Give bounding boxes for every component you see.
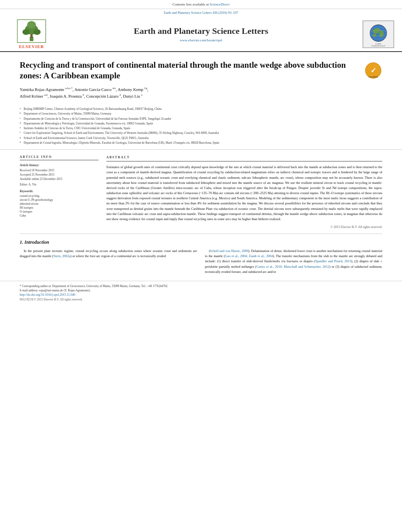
keyword-1: crustal recycling bbox=[20, 194, 99, 198]
svg-point-8 bbox=[370, 24, 387, 41]
elsevier-tree-icon bbox=[16, 19, 47, 43]
svg-text:PLANETARY SCI LETT: PLANETARY SCI LETT bbox=[372, 45, 386, 47]
intro-para-2: (Scholl and von Huene, 2009). Delaminati… bbox=[205, 248, 382, 274]
svg-point-11 bbox=[372, 34, 376, 37]
affil-e: e Instituto Andaluz de Ciencias de la Ti… bbox=[20, 126, 382, 130]
article-info-abstract-section: Article Info Article history: Received 1… bbox=[0, 150, 402, 234]
intro-body: In the present plate tectonic regime, cr… bbox=[20, 248, 382, 277]
svg-point-3 bbox=[22, 29, 30, 35]
intro-para-1: In the present plate tectonic regime, cr… bbox=[20, 248, 197, 259]
article-info-header: Article Info bbox=[20, 155, 99, 160]
svg-text:EARTH: EARTH bbox=[376, 43, 382, 45]
elsevier-logo-block: ELSEVIER bbox=[8, 19, 55, 49]
keyword-2: zircon U–Pb geochronology bbox=[20, 198, 99, 202]
keyword-5: O isotopes bbox=[20, 210, 99, 213]
abstract-header: Abstract bbox=[106, 155, 382, 161]
author-sup-4: a,b bbox=[44, 93, 47, 96]
sciencedirect-text: Contents lists available at bbox=[173, 2, 210, 6]
affil-g: g School of Earth and Environmental Scie… bbox=[20, 136, 382, 140]
journal-url[interactable]: www.elsevier.com/locate/epsl bbox=[63, 38, 339, 42]
corr-author-note: * Corresponding author at: Department of… bbox=[20, 284, 382, 288]
earth-logo-block: EARTH PLANETARY SCI LETT bbox=[347, 20, 394, 48]
intro-title: 1. Introduction bbox=[20, 239, 382, 245]
scholl-link[interactable]: Scholl and von Huene, 2009 bbox=[210, 249, 248, 253]
affil-c: c Departamento de Ciencias de la Tierra … bbox=[20, 117, 382, 121]
article-title-block: Recycling and transport of continental m… bbox=[20, 60, 359, 103]
top-banner: Contents lists available at ScienceDirec… bbox=[0, 0, 402, 9]
available-date: Available online 23 December 2015 bbox=[20, 177, 99, 181]
journal-title-block: Earth and Planetary Science Letters www.… bbox=[55, 26, 347, 42]
journal-header: ELSEVIER Earth and Planetary Science Let… bbox=[0, 15, 402, 52]
article-header: Recycling and transport of continental m… bbox=[0, 52, 402, 107]
castro-link[interactable]: Castro et al., 2010; Marschall and Schum… bbox=[256, 265, 329, 269]
introduction-section: 1. Introduction In the present plate tec… bbox=[0, 234, 402, 277]
affiliations-block: a Beijing SHRIMP Centre, Chinese Academy… bbox=[0, 107, 402, 150]
abstract-copyright: © 2015 Elsevier B.V. All rights reserved… bbox=[106, 225, 382, 230]
svg-text:✓: ✓ bbox=[370, 67, 376, 74]
crossmark-block: ✓ CrossMark bbox=[365, 62, 382, 80]
email-note: E-mail address: rojas@uni-mainz.de (Y. R… bbox=[20, 289, 382, 292]
earth-logo-icon: EARTH PLANETARY SCI LETT bbox=[363, 20, 394, 48]
article-info-col: Article Info Article history: Received 1… bbox=[20, 155, 99, 230]
stern-2002-link[interactable]: Stern, 2002a bbox=[53, 254, 70, 258]
elsevier-text: ELSEVIER bbox=[19, 44, 44, 49]
affil-h: h Departament de Cristal·lografia, Miner… bbox=[20, 141, 382, 145]
abstract-text: Estimates of global growth rates of cont… bbox=[106, 165, 382, 222]
gao-link[interactable]: Gao et al., 2004; Zandt et al., 2004 bbox=[225, 254, 273, 258]
keyword-6: Cuba bbox=[20, 214, 99, 217]
intro-col2: (Scholl and von Huene, 2009). Delaminati… bbox=[205, 248, 382, 277]
footer-copyright: 0012-821X/© 2015 Elsevier B.V. All right… bbox=[20, 298, 382, 301]
author-sup-3: f,g bbox=[144, 87, 147, 90]
accepted-date: Accepted 25 November 2015 bbox=[20, 173, 99, 176]
keywords-label: Keywords: bbox=[20, 189, 99, 193]
sciencedirect-link[interactable]: ScienceDirect bbox=[210, 2, 229, 6]
article-authors: Yamirka Rojas-Agramonte a,b,c,*, Antonio… bbox=[20, 86, 359, 100]
abstract-col: Abstract Estimates of global growth rate… bbox=[106, 155, 382, 230]
footnote-area: * Corresponding author at: Department of… bbox=[0, 281, 402, 304]
affil-f: f Centre for Exploration Targeting, Scho… bbox=[20, 131, 382, 135]
author-sup-7: a bbox=[141, 93, 142, 96]
intro-col1: In the present plate tectonic regime, cr… bbox=[20, 248, 197, 277]
affil-a: a Beijing SHRIMP Centre, Chinese Academy… bbox=[20, 107, 382, 111]
editor-info: Editor: A. Yin bbox=[20, 183, 99, 186]
received-date: Received 18 November 2015 bbox=[20, 169, 99, 172]
keyword-3: inherited zircon bbox=[20, 202, 99, 206]
page: Contents lists available at ScienceDirec… bbox=[0, 0, 402, 532]
affil-d: d Departamento de Mineralogía y Petrolog… bbox=[20, 121, 382, 126]
article-history-label: Article history: bbox=[20, 163, 99, 167]
keyword-4: Hf isotopes bbox=[20, 206, 99, 209]
affil-b: b Department of Geosciences, University … bbox=[20, 111, 382, 116]
spandler-link[interactable]: Spandler and Pirard, 2013 bbox=[315, 259, 351, 263]
crossmark-icon: ✓ CrossMark bbox=[365, 62, 382, 80]
journal-ref: Earth and Planetary Science Letters 436 … bbox=[0, 9, 402, 15]
svg-point-4 bbox=[34, 29, 41, 35]
author-sup-2: d,e bbox=[113, 87, 116, 90]
journal-title: Earth and Planetary Science Letters bbox=[63, 26, 339, 36]
doi-link[interactable]: http://dx.doi.org/10.1016/j.epsl.2015.11… bbox=[20, 293, 382, 297]
author-sup-1: a,b,c,* bbox=[65, 87, 73, 90]
svg-text:CrossMark: CrossMark bbox=[368, 76, 378, 78]
svg-point-5 bbox=[27, 21, 36, 28]
article-title: Recycling and transport of continental m… bbox=[20, 60, 359, 82]
